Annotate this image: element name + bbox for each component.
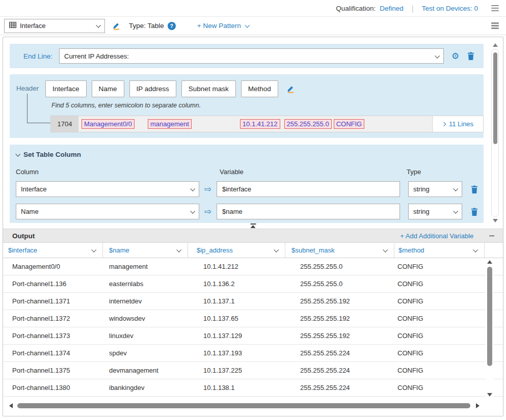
column-label: Column	[16, 168, 39, 176]
line-number: 1704	[51, 116, 78, 132]
output-column-header[interactable]: $subnet_mask	[285, 243, 394, 258]
output-vertical-scrollbar[interactable]	[486, 260, 493, 397]
chevron-down-icon	[383, 247, 388, 253]
type-select[interactable]: string	[408, 181, 462, 197]
table-row[interactable]: Port-channel1.1371internetdev10.1.137.12…	[3, 293, 503, 310]
table-cell: 10.1.137.225	[188, 362, 285, 379]
collapse-output-button[interactable]	[250, 223, 256, 228]
set-table-rows: Interface⇨stringName⇨string	[10, 181, 484, 223]
chevron-down-icon	[176, 247, 181, 253]
lines-count-label: 11 Lines	[449, 120, 473, 128]
header-label: Header	[16, 85, 39, 92]
pattern-toolbar: Interface Type: Table ? + New Pattern	[0, 17, 506, 35]
parser-panel: End Line: Current IP Addresses: ⚙ Header…	[3, 37, 503, 416]
new-pattern-button[interactable]: + New Pattern	[197, 22, 249, 30]
edit-columns-icon[interactable]	[286, 85, 295, 93]
edit-pattern-icon[interactable]	[112, 21, 121, 30]
pattern-token[interactable]: 10.1.41.212	[240, 119, 280, 129]
type-select[interactable]: string	[408, 204, 462, 219]
sample-tokens: Management0/0management10.1.41.212255.25…	[78, 119, 432, 129]
output-header: Output + Add Additional Variable −	[3, 229, 503, 243]
sample-line-row: 1704 Management0/0management10.1.41.2122…	[50, 116, 484, 132]
trash-icon[interactable]	[467, 52, 474, 60]
chevron-down-icon	[190, 209, 195, 214]
table-cell: CONFIG	[394, 310, 485, 327]
table-cell: spdev	[103, 345, 188, 361]
new-pattern-label: + New Pattern	[197, 22, 241, 30]
scroll-right-arrow[interactable]	[476, 403, 480, 408]
scroll-down-arrow[interactable]	[493, 219, 498, 222]
header-connector-line	[27, 94, 50, 123]
table-row[interactable]: Port-channel1.1374spdev10.1.137.193255.2…	[3, 345, 503, 362]
pattern-token[interactable]: CONFIG	[334, 119, 365, 129]
output-column-header[interactable]: $name	[103, 243, 188, 258]
editor-vertical-scrollbar[interactable]	[491, 43, 499, 222]
scroll-up-arrow[interactable]	[493, 43, 498, 47]
test-on-devices-link[interactable]: Test on Devices: 0	[422, 5, 478, 12]
output-column-header[interactable]: $ip_address	[188, 243, 285, 258]
table-row[interactable]: Port-channel1.1372windowsdev10.1.137.652…	[3, 310, 503, 327]
variable-input[interactable]	[217, 204, 400, 219]
pattern-column-button[interactable]: Method	[241, 80, 278, 97]
pattern-type-select[interactable]: Interface	[4, 19, 105, 33]
table-cell: CONFIG	[394, 379, 485, 396]
trash-icon[interactable]	[471, 185, 478, 193]
chevron-down-icon	[453, 209, 458, 214]
pattern-token[interactable]: 255.255.255.0	[284, 119, 332, 129]
scroll-down-arrow[interactable]	[487, 393, 492, 397]
scrollbar-thumb[interactable]	[487, 267, 492, 366]
scrollbar-thumb[interactable]	[493, 52, 497, 144]
chevron-down-icon	[274, 247, 279, 253]
table-cell: management	[103, 258, 188, 275]
chevron-right-icon	[442, 122, 446, 126]
table-cell: CONFIG	[394, 362, 485, 379]
set-table-column-toggle[interactable]: Set Table Column	[16, 151, 81, 158]
scroll-up-arrow[interactable]	[487, 260, 492, 264]
minimize-output-button[interactable]: −	[489, 232, 495, 239]
chevron-down-icon	[15, 152, 20, 157]
column-select-value: Name	[21, 208, 39, 215]
column-select[interactable]: Name	[16, 204, 199, 219]
pattern-column-button[interactable]: Name	[92, 80, 124, 97]
menu-icon[interactable]	[491, 5, 499, 12]
table-cell: 10.1.137.193	[188, 345, 285, 361]
variable-input[interactable]	[217, 181, 400, 197]
pattern-token[interactable]: management	[148, 119, 192, 129]
help-icon[interactable]: ?	[168, 22, 176, 30]
table-row[interactable]: Port-channel1.1373linuxdev10.1.137.12925…	[3, 327, 503, 345]
output-header-row: $interface$name$ip_address$subnet_mask$m…	[3, 243, 503, 258]
table-row[interactable]: Management0/0management10.1.41.212255.25…	[3, 258, 503, 275]
output-column-header[interactable]: $method	[394, 243, 485, 258]
pattern-column-button[interactable]: Interface	[45, 80, 87, 97]
pattern-column-button[interactable]: IP address	[129, 80, 176, 97]
chevron-down-icon	[473, 247, 478, 253]
pattern-column-button[interactable]: Subnet mask	[181, 80, 236, 97]
panel-menu-icon[interactable]	[491, 22, 499, 29]
column-select[interactable]: Interface	[16, 181, 199, 197]
type-label: Type	[407, 168, 421, 176]
scroll-left-arrow[interactable]	[9, 403, 13, 408]
scrollbar-thumb[interactable]	[17, 403, 470, 408]
table-row[interactable]: Port-channel1.1380ibankingdev10.1.138.12…	[3, 379, 503, 397]
table-cell: 255.255.255.224	[285, 345, 394, 361]
table-row[interactable]: Port-channel1.136easternlabs10.1.136.225…	[3, 275, 503, 293]
expand-lines-button[interactable]: 11 Lines	[432, 116, 483, 132]
end-line-select[interactable]: Current IP Addresses:	[59, 48, 444, 64]
chevron-down-icon	[453, 186, 458, 191]
pattern-token[interactable]: Management0/0	[82, 119, 135, 129]
topbar-divider: |	[412, 4, 414, 13]
table-cell: Port-channel1.1373	[3, 327, 103, 344]
gear-icon[interactable]: ⚙	[451, 52, 459, 61]
output-column-header[interactable]: $interface	[3, 243, 103, 258]
add-additional-variable-button[interactable]: + Add Additional Variable	[400, 232, 473, 240]
table-row[interactable]: Port-channel1.1375devmanagement10.1.137.…	[3, 362, 503, 379]
table-cell: 10.1.137.65	[188, 310, 285, 327]
table-cell: 255.255.255.224	[285, 379, 394, 396]
scrollbar-track[interactable]	[491, 49, 499, 217]
trash-icon[interactable]	[471, 208, 478, 216]
scrollbar-track[interactable]	[487, 266, 493, 391]
map-arrow-icon: ⇨	[199, 206, 217, 217]
scrollbar-track[interactable]	[15, 403, 473, 409]
output-horizontal-scrollbar[interactable]	[9, 402, 480, 409]
qualification-value[interactable]: Defined	[380, 5, 404, 12]
